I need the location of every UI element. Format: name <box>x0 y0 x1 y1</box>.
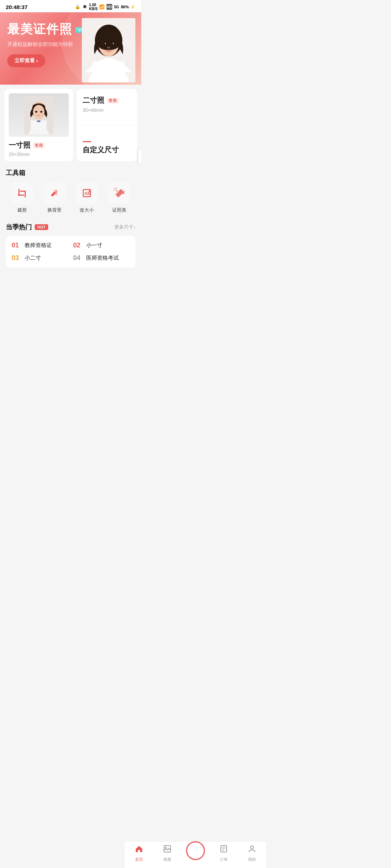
photo-type-cards: 一寸照 常用 25×35mm 二寸照 常用 35×49mm 自定义尺寸 <box>0 85 141 161</box>
wifi-icon: 📶 <box>99 4 105 10</box>
hero-cta-button[interactable]: 立即查看 › <box>7 54 45 67</box>
svg-point-12 <box>33 105 45 119</box>
hot-label-4: 医师资格考试 <box>86 255 119 261</box>
two-inch-size: 35×49mm <box>83 107 131 113</box>
svg-rect-17 <box>18 189 20 195</box>
hot-section: 当季热门 HOT 更多尺寸 › 01 教师资格证 02 小一寸 03 小二寸 0… <box>0 217 141 271</box>
status-time: 20:48:37 <box>6 4 28 10</box>
custom-line-decoration <box>83 141 91 142</box>
svg-rect-16 <box>31 120 47 134</box>
svg-point-7 <box>111 43 114 46</box>
resize-icon-wrap: KB <box>76 182 98 204</box>
tool-bg[interactable]: 换背景 <box>38 182 71 213</box>
svg-rect-19 <box>25 191 26 197</box>
tool-enhance[interactable]: 证照美 <box>103 182 136 213</box>
hd-icon: HD <box>106 4 112 10</box>
svg-rect-20 <box>20 191 26 192</box>
enhance-icon-wrap <box>108 182 130 204</box>
svg-point-8 <box>105 43 106 44</box>
hot-num-2: 02 <box>73 242 83 249</box>
status-bar: 20:48:37 🔒 ✻ 1.00KB/S 📶 HD 5G 86% ⚡ <box>0 0 141 12</box>
svg-rect-18 <box>18 195 24 196</box>
hot-num-1: 01 <box>12 242 22 249</box>
svg-point-6 <box>103 43 106 46</box>
one-inch-size: 25×35mm <box>9 152 69 157</box>
hot-grid: 01 教师资格证 02 小一寸 03 小二寸 04 医师资格考试 <box>6 236 135 268</box>
scroll-hint <box>138 149 141 164</box>
hot-item-2[interactable]: 02 小一寸 <box>73 242 130 249</box>
two-inch-badge: 常用 <box>106 98 119 104</box>
tool-crop[interactable]: 裁剪 <box>6 182 38 213</box>
crop-label: 裁剪 <box>17 207 27 213</box>
hot-item-4[interactable]: 04 医师资格考试 <box>73 254 130 262</box>
hot-header: 当季热门 HOT 更多尺寸 › <box>6 223 135 231</box>
hot-label-3: 小二寸 <box>25 255 41 261</box>
bg-icon-wrap <box>43 182 65 204</box>
svg-point-13 <box>35 111 37 113</box>
hot-label-2: 小一寸 <box>86 242 102 249</box>
hero-title: 最美证件照 <box>7 21 72 38</box>
more-sizes-link[interactable]: 更多尺寸 › <box>114 224 135 230</box>
svg-text:KB: KB <box>85 192 90 196</box>
one-inch-badge: 常用 <box>33 142 45 149</box>
resize-label: 改大小 <box>80 207 94 213</box>
hot-title-row: 当季热门 HOT <box>6 223 48 231</box>
bluetooth-icon: ✻ <box>82 4 88 10</box>
svg-point-9 <box>113 43 114 44</box>
battery-icon: ⚡ <box>130 5 135 9</box>
card-one-inch[interactable]: 一寸照 常用 25×35mm <box>4 89 73 161</box>
custom-label: 自定义尺寸 <box>83 145 131 155</box>
hero-banner: 最美证件照 VIP 开通权益解锁全部功能与特权 立即查看 › <box>0 12 141 85</box>
toolbox-title: 工具箱 <box>6 169 135 177</box>
hot-item-1[interactable]: 01 教师资格证 <box>12 242 68 249</box>
hot-num-4: 04 <box>73 254 83 262</box>
svg-point-24 <box>116 190 118 192</box>
toolbox-section: 工具箱 裁剪 换背景 <box>0 161 141 217</box>
hot-title: 当季热门 <box>6 223 32 231</box>
hot-label-1: 教师资格证 <box>25 242 52 249</box>
svg-point-14 <box>40 111 42 113</box>
hot-item-3[interactable]: 03 小二寸 <box>12 254 68 262</box>
hot-badge: HOT <box>35 224 48 230</box>
card-right-panel: 二寸照 常用 35×49mm 自定义尺寸 <box>77 89 137 161</box>
one-inch-thumb <box>9 93 69 137</box>
tool-resize[interactable]: KB 改大小 <box>71 182 103 213</box>
one-inch-label: 一寸照 <box>9 140 30 150</box>
card-two-inch[interactable]: 二寸照 常用 35×49mm <box>77 89 137 125</box>
two-inch-label: 二寸照 <box>83 95 104 105</box>
bg-label: 换背景 <box>47 207 62 213</box>
hero-subtitle: 开通权益解锁全部功能与特权 <box>7 41 87 48</box>
hero-person-photo <box>82 18 135 82</box>
crop-icon-wrap <box>11 182 33 204</box>
status-icons: 🔒 ✻ 1.00KB/S 📶 HD 5G 86% ⚡ <box>75 3 135 11</box>
tools-row: 裁剪 换背景 KB 改大小 <box>6 182 135 213</box>
5g-icon: 5G <box>114 4 119 10</box>
enhance-label: 证照美 <box>112 207 126 213</box>
network-speed: 1.00KB/S <box>89 3 98 11</box>
battery-level: 86% <box>121 5 129 9</box>
svg-point-21 <box>55 191 56 192</box>
vpn-icon: 🔒 <box>75 4 80 10</box>
hot-num-3: 03 <box>12 254 22 262</box>
card-custom[interactable]: 自定义尺寸 <box>77 125 137 162</box>
